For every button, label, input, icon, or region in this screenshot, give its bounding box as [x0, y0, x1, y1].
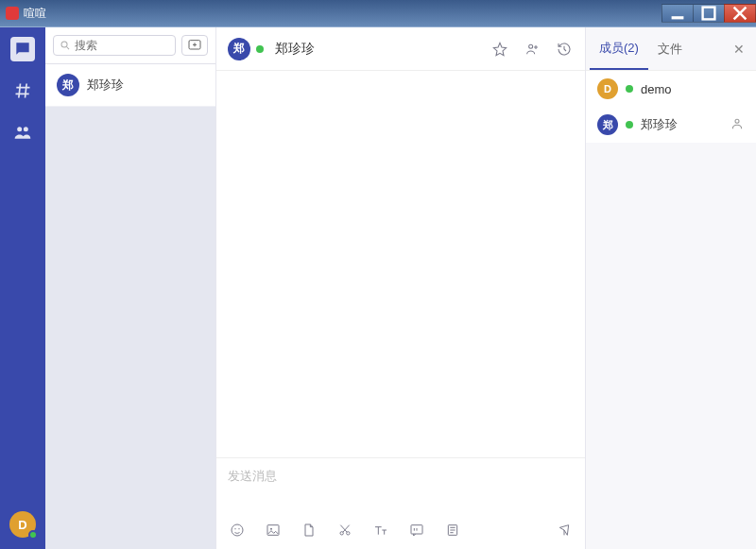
tab-members-count: 2	[627, 41, 634, 55]
svg-point-9	[529, 44, 533, 48]
emoji-icon[interactable]	[228, 521, 247, 540]
chat-header-presence-dot	[256, 45, 264, 53]
nav-chat-icon[interactable]	[10, 37, 35, 61]
quote-icon[interactable]	[407, 521, 426, 540]
svg-point-5	[17, 127, 22, 131]
maximize-button[interactable]	[693, 4, 725, 23]
nav-rail: D	[0, 27, 45, 549]
message-input[interactable]	[216, 458, 585, 511]
composer-toolbar	[216, 515, 585, 549]
member-list: Ddemo郑郑珍珍	[586, 71, 756, 143]
svg-point-6	[24, 127, 28, 131]
send-icon[interactable]	[555, 521, 574, 540]
minimize-button[interactable]	[662, 4, 694, 23]
member-item[interactable]: 郑郑珍珍	[586, 107, 756, 143]
user-status-dot	[28, 530, 38, 540]
close-button[interactable]	[724, 4, 756, 23]
side-close-icon[interactable]: ✕	[726, 42, 752, 57]
svg-point-7	[61, 42, 67, 47]
chat-header-actions	[490, 40, 574, 59]
contact-item[interactable]: 郑郑珍珍	[45, 64, 215, 107]
search-box[interactable]	[53, 35, 176, 56]
window-title: 喧喧	[24, 6, 46, 22]
tab-members[interactable]: 成员(2)	[590, 27, 648, 70]
app-body: D 郑郑珍珍 郑 郑珍珍	[0, 26, 756, 549]
svg-rect-13	[267, 525, 279, 536]
chat-header-title: 郑珍珍	[275, 41, 315, 58]
search-icon	[60, 39, 71, 52]
svg-point-4	[25, 47, 26, 49]
chat-header: 郑 郑珍珍	[216, 27, 585, 71]
cut-icon[interactable]	[335, 521, 354, 540]
nav-channels-icon[interactable]	[10, 78, 35, 103]
member-name: 郑珍珍	[641, 116, 678, 133]
member-presence-dot	[626, 121, 633, 129]
svg-point-15	[340, 532, 343, 535]
app-icon	[6, 7, 19, 20]
tab-files[interactable]: 文件	[648, 27, 692, 70]
tab-members-label: 成员	[599, 40, 624, 57]
image-icon[interactable]	[264, 521, 283, 540]
titlebar: 喧喧	[0, 0, 756, 26]
chat-panel: 郑 郑珍珍	[215, 27, 586, 549]
member-presence-dot	[626, 85, 633, 93]
svg-point-2	[20, 47, 22, 49]
search-row	[45, 27, 215, 64]
text-size-icon[interactable]	[371, 521, 390, 540]
contacts-panel: 郑郑珍珍	[45, 27, 215, 549]
svg-rect-0	[672, 16, 684, 19]
file-icon[interactable]	[300, 521, 318, 540]
member-avatar: D	[597, 78, 618, 99]
user-avatar[interactable]: D	[9, 511, 36, 538]
svg-rect-1	[703, 8, 715, 20]
side-tabs: 成员(2) 文件 ✕	[586, 27, 756, 71]
member-avatar: 郑	[597, 114, 618, 135]
side-panel: 成员(2) 文件 ✕ Ddemo郑郑珍珍	[586, 27, 756, 549]
composer	[216, 457, 585, 549]
contact-name: 郑珍珍	[87, 77, 124, 94]
svg-point-11	[234, 528, 235, 529]
contact-list: 郑郑珍珍	[45, 64, 215, 107]
contact-avatar: 郑	[57, 74, 79, 96]
chat-body	[216, 71, 585, 457]
add-button[interactable]	[181, 35, 208, 56]
member-item[interactable]: Ddemo	[586, 71, 756, 107]
chat-header-avatar: 郑	[228, 38, 250, 60]
svg-point-14	[270, 528, 272, 530]
user-avatar-letter: D	[18, 518, 26, 532]
svg-point-10	[232, 524, 243, 536]
search-input[interactable]	[75, 39, 169, 52]
note-icon[interactable]	[443, 521, 462, 540]
favorite-icon[interactable]	[490, 40, 509, 59]
svg-point-16	[347, 532, 350, 535]
add-member-icon[interactable]	[523, 40, 541, 59]
history-icon[interactable]	[555, 40, 574, 59]
add-chat-icon	[187, 38, 202, 53]
admin-icon	[730, 116, 745, 134]
member-name: demo	[641, 82, 672, 96]
svg-point-19	[735, 119, 739, 123]
nav-people-icon[interactable]	[10, 120, 35, 145]
svg-point-3	[22, 47, 24, 49]
window-controls	[662, 4, 756, 23]
svg-point-12	[238, 528, 239, 529]
